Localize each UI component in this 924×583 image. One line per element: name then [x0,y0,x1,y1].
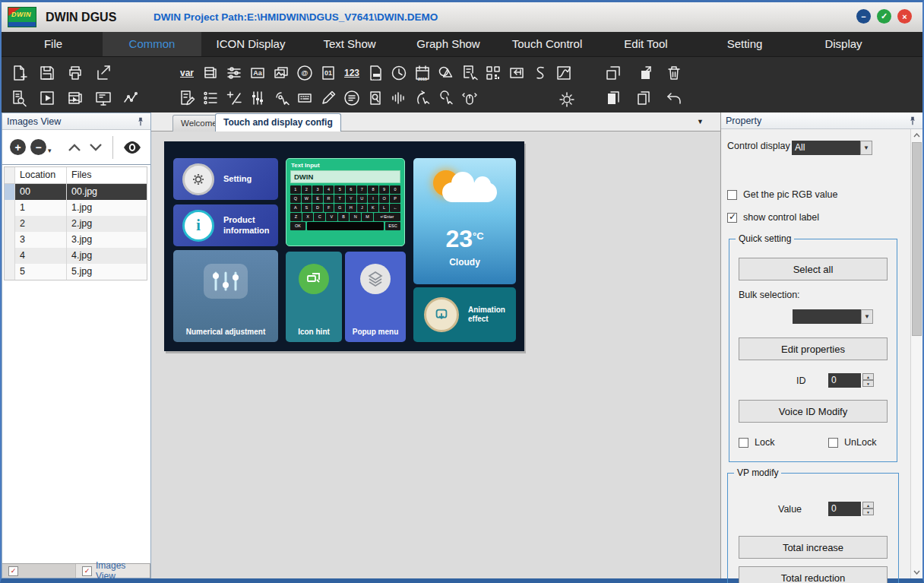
get-the-pic-rgb-value-checkbox[interactable] [727,190,737,200]
keyboard-key[interactable]: I [368,195,378,203]
keyboard-key[interactable]: X [302,213,314,221]
table-row[interactable]: 55.jpg [5,264,147,280]
keyboard-key[interactable]: ↵Enter [374,213,400,221]
menu-item-setting[interactable]: Setting [695,32,794,56]
video-play-icon[interactable] [64,87,87,109]
table-row[interactable]: 0000.jpg [5,184,147,200]
keyboard-key[interactable]: N [350,213,361,221]
keyboard-key[interactable]: L [379,204,390,212]
keyboard-esc-key[interactable]: ESC [385,222,400,230]
menu-item-touch-control[interactable]: Touch Control [498,32,596,56]
paste-icon[interactable] [632,62,655,84]
pencil-icon[interactable] [317,87,340,109]
text-frame-icon[interactable]: Aa [246,62,269,84]
film-icon[interactable] [199,62,222,84]
design-canvas[interactable]: Setting i Product information Text Input… [164,141,524,351]
animation-effect-tile[interactable]: Animation effect [413,287,516,342]
shapes-icon[interactable] [435,62,457,84]
export-icon[interactable] [92,62,115,84]
delete-icon[interactable] [663,62,685,84]
keyboard-key[interactable]: Z [290,213,302,221]
control-display-dropdown-icon[interactable]: ▼ [860,141,872,155]
popup-menu-tile[interactable]: Popup menu [345,252,406,342]
keyboard-key[interactable]: O [379,195,390,203]
zoom-out-icon[interactable]: − [30,139,46,155]
print-icon[interactable] [64,62,87,84]
voice-id-modify-button[interactable]: Voice ID Modify [739,400,888,423]
table-row[interactable]: 33.jpg [5,232,147,248]
mouse-icon[interactable] [458,87,481,109]
keyboard-key[interactable]: 5 [334,185,345,194]
doc-edit-icon[interactable] [176,87,198,109]
variable-icon[interactable]: var [176,62,198,84]
keyboard-key[interactable]: J [357,204,368,212]
table-row[interactable]: 22.jpg [5,216,147,232]
gesture-swipe-icon[interactable] [411,87,434,109]
keyboard-key[interactable]: W [302,195,312,203]
image-transfer-icon[interactable] [505,62,528,84]
keyboard-key[interactable]: 9 [379,185,390,194]
keyboard-key[interactable]: S [302,204,312,212]
menu-item-file[interactable]: File [4,32,103,56]
tab-list-dropdown-icon[interactable]: ▼ [697,118,704,125]
keyboard-key[interactable]: E [312,195,323,203]
duplicate-icon[interactable] [602,87,625,109]
close-button[interactable]: × [897,9,912,24]
keyboard-key[interactable]: 0 [390,185,400,194]
txt-file-icon[interactable]: TXT [364,62,387,84]
control-display-select[interactable]: All [792,141,860,155]
text-input-field[interactable]: DWIN [290,170,400,183]
keyboard-key[interactable]: D [312,204,323,212]
new-file-icon[interactable] [8,62,30,84]
menu-item-icon-display[interactable]: ICON Display [201,32,300,56]
text-input-tile[interactable]: Text Input DWIN 1234567890QWERTYUIOPASDF… [286,158,405,246]
minimize-button[interactable]: − [856,9,871,24]
move-down-icon[interactable] [88,142,103,153]
scrollbar-thumb[interactable] [912,142,922,336]
table-row[interactable]: 44.jpg [5,248,147,264]
keyboard-key[interactable]: F [324,204,334,212]
value-spin-down-icon[interactable]: ▼ [862,509,874,515]
disk-find-icon[interactable] [364,87,387,109]
lock-checkbox[interactable] [739,438,748,448]
keyboard-key[interactable]: T [334,195,345,203]
weather-tile[interactable]: 23°C Cloudy [413,158,516,284]
form-touch-icon[interactable] [458,62,481,84]
maximize-button[interactable]: ✓ [877,9,891,24]
keyboard-key[interactable]: ← [390,204,400,212]
numbers-icon[interactable]: 123 [340,62,363,84]
clock-icon[interactable] [388,62,410,84]
keyboard-key[interactable]: 2 [302,185,312,194]
calendar-icon[interactable]: 2015 [411,62,434,84]
menu-item-edit-tool[interactable]: Edit Tool [596,32,695,56]
keyboard-key[interactable]: H [346,204,356,212]
sliders-icon[interactable] [223,62,245,84]
on-screen-keyboard[interactable]: 1234567890QWERTYUIOPASDFGHJKL←ZXCVBNM↵En… [290,185,400,221]
scroll-up-icon[interactable] [911,129,922,141]
copy-icon[interactable] [602,62,625,84]
icon-hint-tile[interactable]: Icon hint [286,252,342,342]
duplicate-outline-icon[interactable] [632,87,655,109]
keyboard-key[interactable]: K [368,204,378,212]
audio-icon[interactable] [388,87,410,109]
screen-preview-icon[interactable] [92,87,115,109]
value-spin-up-icon[interactable]: ▲ [862,502,874,509]
qr-code-icon[interactable] [482,62,505,84]
keyboard-key[interactable]: 6 [346,185,356,194]
zoom-dropdown-icon[interactable]: ▾ [48,147,52,154]
menu-item-common[interactable]: Common [103,32,201,56]
keyboard-key[interactable]: B [338,213,350,221]
menu-item-graph-show[interactable]: Graph Show [399,32,498,56]
product-information-tile[interactable]: i Product information [173,204,278,246]
sliders-vertical-icon[interactable] [246,87,269,109]
tab-touch-and-display-config[interactable]: Touch and display config [215,113,341,131]
keyboard-icon[interactable] [293,87,316,109]
id-input[interactable]: 0 [828,373,861,388]
keyboard-key[interactable]: A [290,204,301,212]
setting-tile[interactable]: Setting [173,158,278,200]
brightness-icon[interactable] [555,88,578,111]
bulk-selection-select[interactable] [793,309,861,324]
list-icon[interactable] [199,87,222,109]
keyboard-key[interactable]: U [357,195,368,203]
zoom-in-icon[interactable]: + [10,139,26,155]
